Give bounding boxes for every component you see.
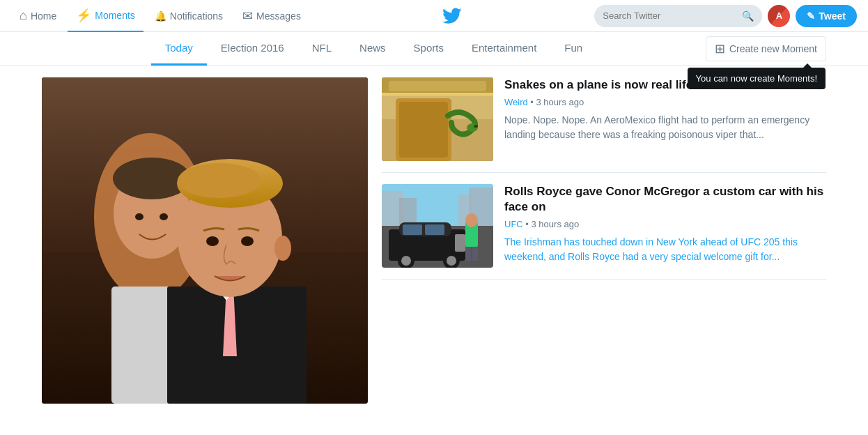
- sub-nav-entertainment[interactable]: Entertainment: [458, 32, 550, 66]
- search-bar[interactable]: 🔍: [594, 5, 762, 27]
- sub-nav-sports[interactable]: Sports: [400, 32, 458, 66]
- main-content: Snakes on a plane is now real life Weird…: [0, 66, 868, 415]
- nav-notifications-label: Notifications: [170, 10, 223, 22]
- nav-notifications[interactable]: Notifications: [146, 0, 231, 32]
- article-time-mcgregor: 3 hours ago: [532, 219, 580, 229]
- nav-home-label: Home: [31, 10, 56, 22]
- svg-point-14: [178, 163, 261, 198]
- home-icon: [20, 8, 27, 23]
- avatar[interactable]: A: [768, 5, 790, 27]
- nav-right: 🔍 A ✎ Tweet: [594, 5, 857, 27]
- twitter-logo-center: [309, 8, 594, 24]
- mail-icon: [242, 8, 253, 24]
- tweet-button-label: Tweet: [819, 10, 846, 22]
- svg-point-8: [160, 213, 168, 220]
- svg-point-7: [135, 213, 144, 220]
- article-meta-snakes: Weird • 3 hours ago: [504, 97, 826, 107]
- svg-rect-29: [399, 198, 417, 226]
- nav-left: Home Moments Notifications Messages: [11, 0, 309, 32]
- svg-rect-37: [455, 234, 465, 252]
- article-title-mcgregor: Rolls Royce gave Conor McGregor a custom…: [504, 184, 826, 215]
- article-tag-snakes: Weird: [504, 97, 528, 107]
- svg-point-17: [274, 236, 291, 261]
- sub-nav-election2016[interactable]: Election 2016: [207, 32, 298, 66]
- svg-rect-23: [399, 102, 448, 158]
- bell-icon: [155, 8, 166, 23]
- screenshot-icon: ⊞: [715, 41, 725, 56]
- tooltip-text: You can now create Moments!: [696, 73, 817, 84]
- article-separator-mcgregor: •: [525, 219, 531, 229]
- lightning-icon: [76, 8, 91, 23]
- nav-home[interactable]: Home: [11, 0, 65, 32]
- sub-nav-today[interactable]: Today: [151, 32, 207, 66]
- featured-photo-svg: [42, 77, 368, 404]
- sub-nav-fun[interactable]: Fun: [550, 32, 596, 66]
- svg-rect-45: [472, 247, 478, 261]
- article-meta-mcgregor: UFC • 3 hours ago: [504, 219, 826, 229]
- sub-nav-news[interactable]: News: [346, 32, 400, 66]
- svg-rect-21: [389, 81, 486, 91]
- featured-image[interactable]: [42, 77, 368, 404]
- article-content-mcgregor: Rolls Royce gave Conor McGregor a custom…: [504, 184, 826, 268]
- nav-moments-label: Moments: [95, 10, 135, 21]
- svg-rect-36: [425, 224, 444, 235]
- article-excerpt-mcgregor: The Irishman has touched down in New Yor…: [504, 235, 826, 264]
- sub-nav-nfl[interactable]: NFL: [298, 32, 346, 66]
- create-moment-tooltip: You can now create Moments!: [688, 68, 826, 89]
- top-nav: Home Moments Notifications Messages 🔍 A …: [0, 0, 868, 32]
- sub-nav: Today Election 2016 NFL News Sports Ente…: [0, 32, 868, 66]
- pencil-icon: ✎: [807, 10, 815, 22]
- svg-point-15: [206, 236, 219, 246]
- nav-moments[interactable]: Moments: [68, 0, 144, 32]
- create-moment-button[interactable]: ⊞ Create new Moment You can now create M…: [706, 36, 826, 61]
- twitter-bird-icon[interactable]: [442, 8, 462, 24]
- create-moment-label: Create new Moment: [729, 43, 817, 54]
- article-tag-mcgregor: UFC: [504, 219, 523, 229]
- svg-point-25: [474, 125, 478, 128]
- search-input[interactable]: [603, 10, 742, 21]
- svg-rect-26: [382, 93, 493, 96]
- car-svg: [382, 184, 493, 268]
- sub-nav-items: Today Election 2016 NFL News Sports Ente…: [42, 32, 706, 66]
- svg-point-43: [465, 213, 478, 227]
- tweet-button[interactable]: ✎ Tweet: [796, 5, 857, 27]
- svg-rect-9: [167, 287, 307, 404]
- svg-point-16: [241, 236, 254, 246]
- plane-image: [382, 77, 493, 161]
- article-time-snakes: 3 hours ago: [536, 97, 584, 107]
- svg-rect-44: [465, 247, 471, 261]
- article-excerpt-snakes: Nope. Nope. Nope. An AeroMexico flight h…: [504, 113, 826, 142]
- left-panel: [42, 77, 368, 404]
- avatar-image: A: [768, 5, 790, 27]
- article-content-snakes: Snakes on a plane is now real life Weird…: [504, 77, 826, 161]
- right-panel: Snakes on a plane is now real life Weird…: [382, 77, 826, 404]
- svg-point-39: [401, 256, 411, 266]
- article-item[interactable]: Rolls Royce gave Conor McGregor a custom…: [382, 173, 826, 280]
- svg-point-24: [467, 123, 478, 132]
- search-icon: 🔍: [742, 10, 754, 22]
- svg-point-41: [447, 256, 456, 266]
- nav-messages-label: Messages: [256, 10, 301, 22]
- plane-svg: [382, 77, 493, 161]
- article-thumbnail-snakes: [382, 77, 493, 161]
- svg-rect-35: [403, 224, 422, 235]
- featured-image-placeholder: [42, 77, 368, 404]
- article-item[interactable]: Snakes on a plane is now real life Weird…: [382, 77, 826, 173]
- article-thumbnail-mcgregor: [382, 184, 493, 268]
- nav-messages[interactable]: Messages: [234, 0, 309, 32]
- article-separator-snakes: •: [530, 97, 536, 107]
